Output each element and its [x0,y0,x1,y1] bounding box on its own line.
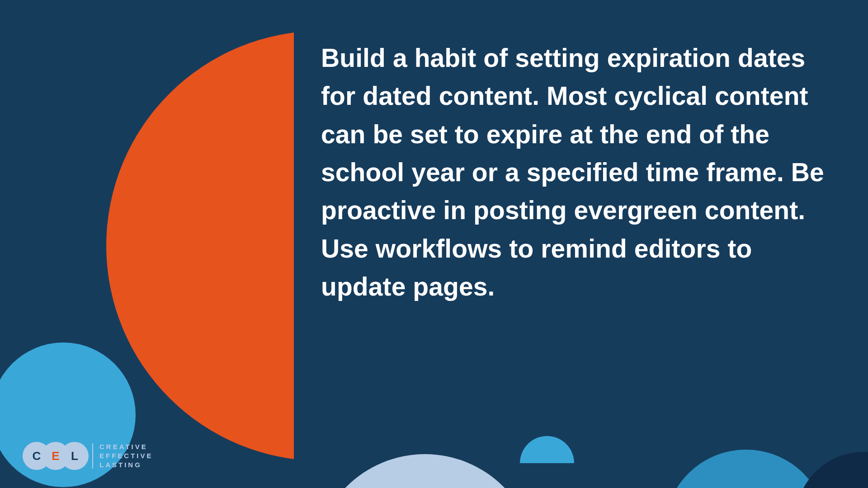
cel-logo: C E L CREATIVE EFFECTIVE LASTING [23,440,153,472]
slide-body-text: Build a habit of setting expiration date… [321,39,834,306]
logo-divider [92,443,93,469]
orange-half-circle-shape [106,31,294,461]
logo-word-lasting: LASTING [99,460,153,469]
mid-blue-circle-right [665,450,827,488]
logo-word-effective: EFFECTIVE [99,451,153,460]
pale-blue-circle-bottom [314,454,536,488]
logo-letter-l: L [61,442,89,470]
logo-circles: C E L [23,442,90,470]
slide: Build a habit of setting expiration date… [0,0,868,488]
small-half-circle [520,436,574,463]
dark-navy-circle-right [796,452,868,488]
logo-word-creative: CREATIVE [99,442,153,451]
logo-tagline: CREATIVE EFFECTIVE LASTING [99,442,153,470]
